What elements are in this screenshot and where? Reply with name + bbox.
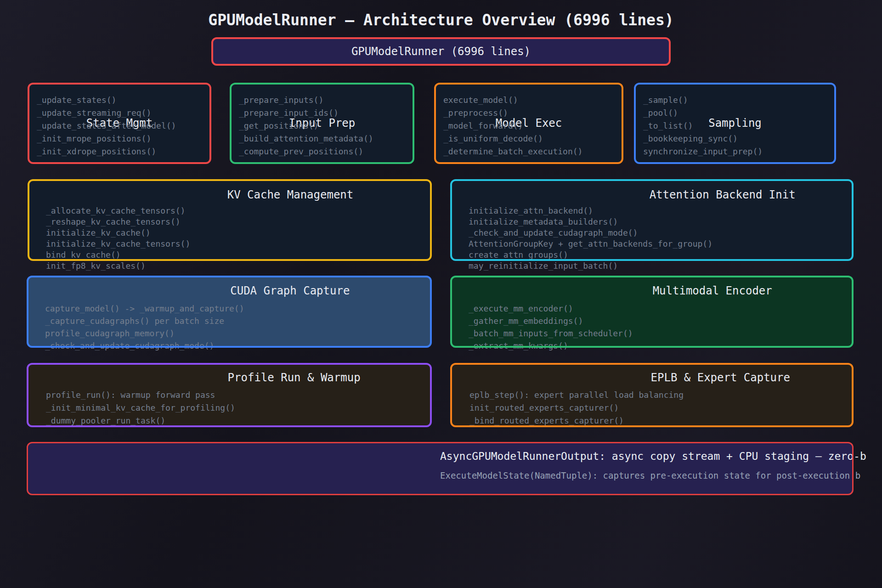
method-item: synchronize_input_prep() [643, 145, 763, 158]
method-item: _preprocess() [443, 107, 582, 119]
box-title: EPLB & Expert Capture [651, 371, 790, 384]
method-item: _model_forward() [443, 119, 582, 132]
method-item: _prepare_input_ids() [239, 107, 373, 119]
method-item: _batch_mm_inputs_from_scheduler() [469, 327, 633, 339]
method-list: _update_states()_update_streaming_req()_… [37, 94, 176, 158]
method-item: _reshape_kv_cache_tensors() [46, 216, 190, 227]
method-item: _init_minimal_kv_cache_for_profiling() [46, 401, 235, 414]
method-item: _init_xdrope_positions() [37, 145, 176, 158]
profile-run-box: Profile Run & Warmup profile_run(): warm… [27, 363, 432, 427]
method-item: AttentionGroupKey + get_attn_backends_fo… [469, 238, 712, 249]
method-list: _sample()_pool()_to_list()_bookkeeping_s… [643, 94, 763, 158]
method-item: _determine_batch_execution() [443, 145, 582, 158]
attention-backend-box: Attention Backend Init initialize_attn_b… [450, 179, 854, 261]
box-title: CUDA Graph Capture [230, 284, 350, 297]
method-item: initialize_metadata_builders() [469, 216, 712, 227]
method-item: _gather_mm_embeddings() [469, 315, 633, 327]
method-item: _update_states() [37, 94, 176, 107]
state-mgmt-box: _update_states()_update_streaming_req()_… [28, 83, 211, 164]
method-item: _execute_mm_encoder() [469, 302, 633, 315]
method-item: profile_cudagraph_memory() [45, 327, 244, 339]
method-item: _is_uniform_decode() [443, 132, 582, 145]
method-item: _to_list() [643, 119, 763, 132]
page-title: GPUModelRunner — Architecture Overview (… [0, 11, 882, 29]
method-item: capture_model() -> _warmup_and_capture() [45, 302, 244, 315]
box-title: KV Cache Management [227, 188, 354, 201]
sampling-box: _sample()_pool()_to_list()_bookkeeping_s… [634, 83, 836, 164]
box-title: Profile Run & Warmup [228, 371, 361, 384]
method-item: _get_positions() [239, 119, 373, 132]
method-item: _init_mrope_positions() [37, 132, 176, 145]
method-item: create_attn_groups() [469, 249, 712, 260]
method-item: _capture_cudagraphs() per batch size [45, 315, 244, 327]
box-title: Multimodal Encoder [653, 284, 772, 297]
method-list: initialize_attn_backend()initialize_meta… [469, 205, 712, 271]
method-item: initialize_attn_backend() [469, 205, 712, 216]
method-list: capture_model() -> _warmup_and_capture()… [45, 302, 244, 352]
method-item: _prepare_inputs() [239, 94, 373, 107]
method-item: _bind_routed_experts_capturer() [469, 414, 684, 427]
input-prep-box: _prepare_inputs()_prepare_input_ids()_ge… [230, 83, 414, 164]
footer-line-1: AsyncGPUModelRunnerOutput: async copy st… [440, 450, 866, 463]
method-item: _dummy_pooler_run_task() [46, 414, 235, 427]
method-item: initialize_kv_cache() [46, 227, 190, 238]
method-list: _allocate_kv_cache_tensors()_reshape_kv_… [46, 205, 190, 271]
method-item: _check_and_update_cudagraph_mode() [45, 339, 244, 352]
method-item: _sample() [643, 94, 763, 107]
model-exec-box: execute_model()_preprocess()_model_forwa… [434, 83, 623, 164]
multimodal-box: Multimodal Encoder _execute_mm_encoder()… [450, 276, 854, 348]
method-list: profile_run(): warmup forward pass_init_… [46, 389, 235, 427]
method-item: init_routed_experts_capturer() [469, 401, 684, 414]
method-list: execute_model()_preprocess()_model_forwa… [443, 94, 582, 158]
method-item: _check_and_update_cudagraph_mode() [469, 227, 712, 238]
header-box: GPUModelRunner (6996 lines) [211, 37, 671, 66]
method-item: _compute_prev_positions() [239, 145, 373, 158]
method-item: _pool() [643, 107, 763, 119]
method-item: _build_attention_metadata() [239, 132, 373, 145]
eplb-box: EPLB & Expert Capture eplb_step(): exper… [450, 363, 854, 427]
method-item: init_fp8_kv_scales() [46, 260, 190, 271]
cuda-graph-box: CUDA Graph Capture capture_model() -> _w… [27, 276, 432, 348]
method-list: _prepare_inputs()_prepare_input_ids()_ge… [239, 94, 373, 158]
method-item: _bookkeeping_sync() [643, 132, 763, 145]
header-box-label: GPUModelRunner (6996 lines) [351, 45, 531, 58]
method-item: _update_states_after_model() [37, 119, 176, 132]
method-item: execute_model() [443, 94, 582, 107]
method-item: bind_kv_cache() [46, 249, 190, 260]
kv-cache-box: KV Cache Management _allocate_kv_cache_t… [28, 179, 432, 261]
method-list: eplb_step(): expert parallel load balanc… [469, 389, 684, 427]
method-item: profile_run(): warmup forward pass [46, 389, 235, 401]
box-title: Attention Backend Init [650, 188, 796, 201]
method-item: eplb_step(): expert parallel load balanc… [469, 389, 684, 401]
method-item: _extract_mm_kwargs() [469, 339, 633, 352]
footer-line-2: ExecuteModelState(NamedTuple): captures … [440, 470, 860, 481]
method-item: _allocate_kv_cache_tensors() [46, 205, 190, 216]
method-list: _execute_mm_encoder()_gather_mm_embeddin… [469, 302, 633, 352]
method-item: may_reinitialize_input_batch() [469, 260, 712, 271]
footer-box: AsyncGPUModelRunnerOutput: async copy st… [27, 442, 854, 495]
method-item: initialize_kv_cache_tensors() [46, 238, 190, 249]
method-item: _update_streaming_req() [37, 107, 176, 119]
